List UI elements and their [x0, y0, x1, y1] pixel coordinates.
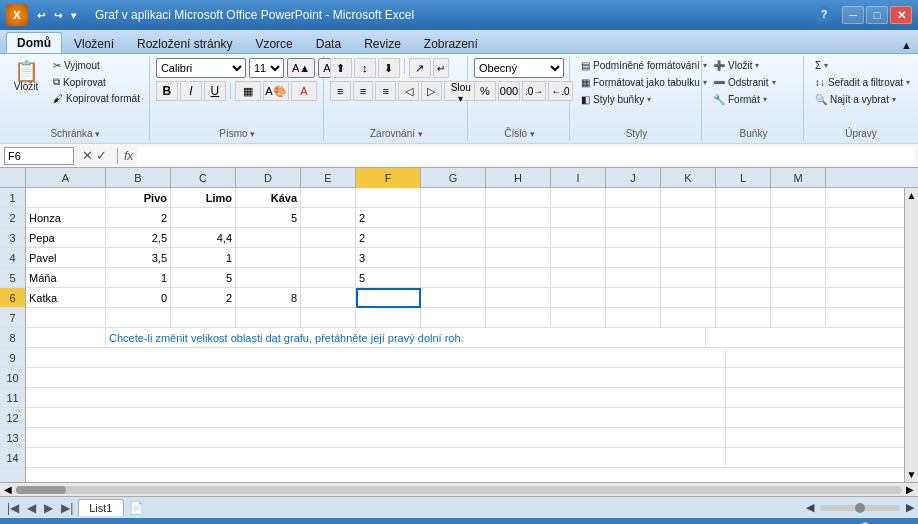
sheet-first-button[interactable]: |◀ [4, 501, 22, 515]
tab-vlozeni[interactable]: Vložení [63, 33, 125, 53]
cell-a4[interactable]: Pavel [26, 248, 106, 268]
redo-button[interactable]: ↪ [51, 8, 65, 23]
cell-c4[interactable]: 1 [171, 248, 236, 268]
undo-button[interactable]: ↩ [34, 8, 48, 23]
confirm-formula-button[interactable]: ✓ [96, 148, 107, 163]
copy-button[interactable]: ⧉ Kopírovat [48, 74, 145, 90]
cell-e5[interactable] [301, 268, 356, 288]
horizontal-scrollbar[interactable]: ◀ ▶ [0, 482, 918, 496]
autosum-button[interactable]: Σ ▾ [810, 58, 833, 73]
format-as-table-button[interactable]: ▦ Formátovat jako tabulku ▾ [576, 75, 712, 90]
align-top-button[interactable]: ⬆ [330, 58, 352, 78]
cell-i3[interactable] [551, 228, 606, 248]
zoom-slider-thumb[interactable] [855, 503, 865, 513]
cell-i2[interactable] [551, 208, 606, 228]
insert-cells-button[interactable]: ➕ Vložit ▾ [708, 58, 764, 73]
cell-m3[interactable] [771, 228, 826, 248]
row-num-4[interactable]: 4 [0, 248, 25, 268]
cell-g3[interactable] [421, 228, 486, 248]
tab-vzorce[interactable]: Vzorce [244, 33, 303, 53]
cell-m6[interactable] [771, 288, 826, 308]
row-num-5[interactable]: 5 [0, 268, 25, 288]
cell-k6[interactable] [661, 288, 716, 308]
cell-f7[interactable] [356, 308, 421, 328]
formula-input[interactable] [137, 147, 914, 165]
align-left-button[interactable]: ≡ [330, 81, 351, 101]
cell-h7[interactable] [486, 308, 551, 328]
cell-c7[interactable] [171, 308, 236, 328]
align-center-button[interactable]: ≡ [353, 81, 374, 101]
cell-h1[interactable] [486, 188, 551, 208]
cell-f3[interactable]: 2 [356, 228, 421, 248]
cell-i1[interactable] [551, 188, 606, 208]
cell-m7[interactable] [771, 308, 826, 328]
row-num-1[interactable]: 1 [0, 188, 25, 208]
col-header-g[interactable]: G [421, 168, 486, 188]
row-num-10[interactable]: 10 [0, 368, 25, 388]
cell-k3[interactable] [661, 228, 716, 248]
cell-g5[interactable] [421, 268, 486, 288]
cancel-formula-button[interactable]: ✕ [82, 148, 93, 163]
cell-f1[interactable] [356, 188, 421, 208]
find-select-button[interactable]: 🔍 Najít a vybrat ▾ [810, 92, 901, 107]
sheet-prev-button[interactable]: ◀ [24, 501, 39, 515]
paste-button[interactable]: 📋 Vložit [6, 58, 46, 114]
cell-a2[interactable]: Honza [26, 208, 106, 228]
cell-i5[interactable] [551, 268, 606, 288]
cell-j5[interactable] [606, 268, 661, 288]
row12[interactable] [26, 408, 726, 428]
cell-l4[interactable] [716, 248, 771, 268]
percent-button[interactable]: % [474, 81, 496, 101]
col-header-b[interactable]: B [106, 168, 171, 188]
cell-f4[interactable]: 3 [356, 248, 421, 268]
scroll-right-button[interactable]: ▶ [906, 484, 914, 495]
fill-color-button[interactable]: A🎨 [263, 81, 289, 101]
align-right-button[interactable]: ≡ [375, 81, 396, 101]
increase-decimal-button[interactable]: .0→ [522, 81, 546, 101]
wrap-text-button[interactable]: ↵ [433, 58, 449, 78]
decrease-indent-button[interactable]: ◁ [398, 81, 419, 101]
font-color-button[interactable]: A [291, 81, 317, 101]
sort-filter-button[interactable]: ↕↓ Seřadit a filtrovat ▾ [810, 75, 915, 90]
text-direction-button[interactable]: ↗ [409, 58, 431, 78]
cell-e2[interactable] [301, 208, 356, 228]
new-sheet-button[interactable]: 📄 [126, 501, 147, 515]
cell-k1[interactable] [661, 188, 716, 208]
cell-j2[interactable] [606, 208, 661, 228]
decrease-decimal-button[interactable]: ←.0 [548, 81, 572, 101]
font-size-select[interactable]: 11 [249, 58, 284, 78]
cell-j4[interactable] [606, 248, 661, 268]
cell-e4[interactable] [301, 248, 356, 268]
cell-k2[interactable] [661, 208, 716, 228]
cell-l7[interactable] [716, 308, 771, 328]
cell-h6[interactable] [486, 288, 551, 308]
row11[interactable] [26, 388, 726, 408]
format-painter-button[interactable]: 🖌 Kopírovat formát [48, 91, 145, 106]
tab-rozlozeni[interactable]: Rozložení stránky [126, 33, 243, 53]
row-num-6[interactable]: 6 [0, 288, 25, 308]
cell-m2[interactable] [771, 208, 826, 228]
cell-b3[interactable]: 2,5 [106, 228, 171, 248]
col-header-j[interactable]: J [606, 168, 661, 188]
cell-k4[interactable] [661, 248, 716, 268]
cell-i4[interactable] [551, 248, 606, 268]
row-num-7[interactable]: 7 [0, 308, 25, 328]
cell-i6[interactable] [551, 288, 606, 308]
cell-l6[interactable] [716, 288, 771, 308]
cell-b7[interactable] [106, 308, 171, 328]
increase-indent-button[interactable]: ▷ [421, 81, 442, 101]
cell-j1[interactable] [606, 188, 661, 208]
sheet-last-button[interactable]: ▶| [58, 501, 76, 515]
row-num-12[interactable]: 12 [0, 408, 25, 428]
cell-b2[interactable]: 2 [106, 208, 171, 228]
number-format-select[interactable]: Obecný [474, 58, 564, 78]
cell-b6[interactable]: 0 [106, 288, 171, 308]
restore-button[interactable]: □ [866, 6, 888, 24]
cut-button[interactable]: ✂ Vyjmout [48, 58, 145, 73]
cell-b4[interactable]: 3,5 [106, 248, 171, 268]
vertical-scrollbar[interactable]: ▲ ▼ [904, 188, 918, 482]
name-box[interactable]: F6 [4, 147, 74, 165]
cell-a8[interactable] [26, 328, 106, 348]
ribbon-minimize-button[interactable]: ▲ [895, 39, 918, 53]
row-num-13[interactable]: 13 [0, 428, 25, 448]
